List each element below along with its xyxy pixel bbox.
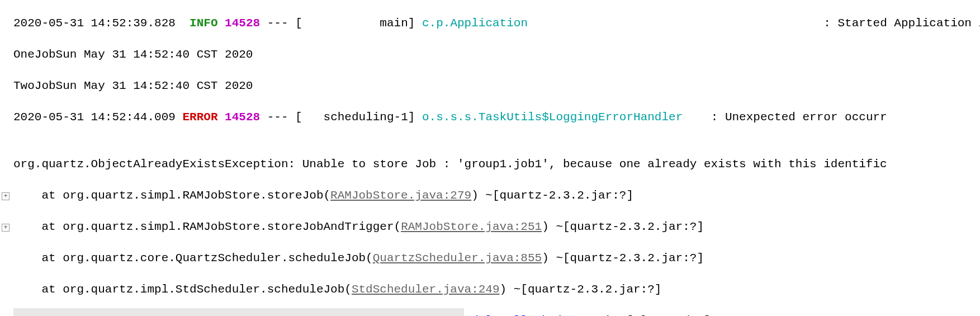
source-link[interactable]: RAMJobStore.java:251 [401, 220, 542, 233]
log-level-error: ERROR [182, 111, 217, 124]
log-message: : Unexpected error occurr [683, 111, 887, 124]
separator: --- [ [260, 111, 302, 124]
fold-toggle-icon[interactable]: + [2, 192, 10, 200]
stack-text: at org.quartz.impl.StdScheduler.schedule… [13, 283, 352, 296]
stack-text: ) ~[quartz-2.3.2.jar:?] [471, 189, 633, 202]
pid: 14528 [225, 111, 260, 124]
stack-text: at org.quartz.simpl.RAMJobStore.storeJob… [13, 189, 330, 202]
console-output: 2020-05-31 14:52:39.828 INFO 14528 --- [… [0, 0, 980, 316]
stack-frame: at org.quartz.impl.StdScheduler.schedule… [13, 282, 980, 298]
stack-text: at org.quartz.simpl.RAMJobStore.storeJob… [13, 220, 401, 233]
fold-toggle-icon[interactable]: + [2, 224, 10, 232]
stack-text: ) ~[quartz-2.3.2.jar:?] [542, 220, 704, 233]
thread-name: scheduling-1] [302, 111, 422, 124]
exception-header: org.quartz.ObjectAlreadyExistsException:… [13, 157, 980, 172]
stack-frame: at org.quartz.simpl.RAMJobStore.storeJob… [13, 188, 980, 204]
log-line: 2020-05-31 14:52:44.009 ERROR 14528 --- … [13, 110, 980, 125]
source-link[interactable]: StdScheduler.java:249 [352, 283, 500, 296]
source-link[interactable]: QuartzScheduler.java:855 [373, 252, 542, 265]
timestamp: 2020-05-31 14:52:44.009 [13, 111, 176, 124]
separator: --- [ [260, 17, 302, 30]
stack-text: ) ~[quartz-2.3.2.jar:?] [500, 283, 662, 296]
log-line: 2020-05-31 14:52:39.828 INFO 14528 --- [… [13, 16, 980, 31]
stack-frame: at org.quartz.core.QuartzScheduler.sched… [13, 251, 980, 266]
stack-frame: at org.quartz.simpl.RAMJobStore.storeJob… [13, 219, 980, 235]
log-level-info: INFO [190, 17, 217, 30]
horizontal-scrollbar[interactable] [13, 308, 464, 316]
stack-text: ) ~[quartz-2.3.2.jar:?] [542, 252, 704, 265]
timestamp: 2020-05-31 14:52:39.828 [13, 17, 176, 30]
logger-name: o.s.s.s.TaskUtils$LoggingErrorHandler [422, 111, 683, 124]
pid: 14528 [225, 17, 260, 30]
log-line: TwoJobSun May 31 14:52:40 CST 2020 [13, 78, 980, 94]
thread-name: main] [302, 17, 422, 30]
logger-name: c.p.Application [422, 17, 528, 30]
log-message: : Started Application in [528, 17, 980, 30]
log-line: OneJobSun May 31 14:52:40 CST 2020 [13, 47, 980, 63]
source-link[interactable]: RAMJobStore.java:279 [330, 189, 471, 202]
stack-text: at org.quartz.core.QuartzScheduler.sched… [13, 252, 373, 265]
